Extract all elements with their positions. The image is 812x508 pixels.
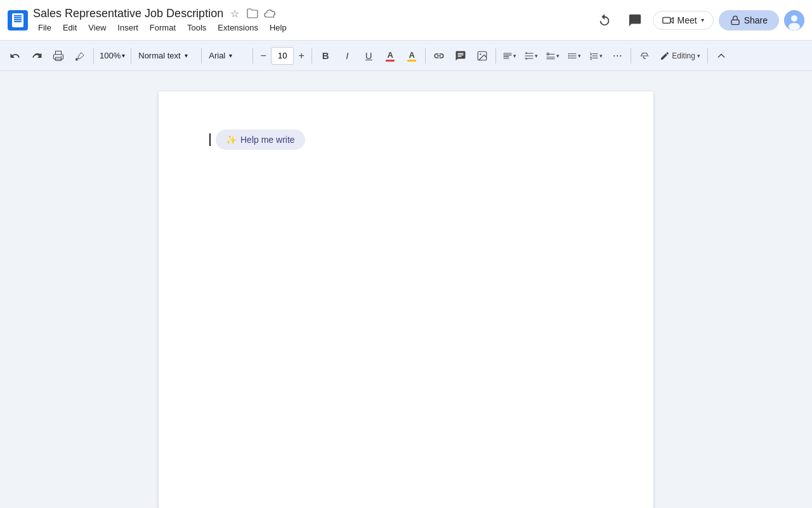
ordered-list-button[interactable]: ▾ — [586, 46, 606, 66]
checklist-button[interactable]: ▾ — [542, 46, 563, 66]
star-icon[interactable]: ☆ — [228, 7, 241, 20]
svg-point-12 — [568, 53, 570, 54]
undo-button[interactable] — [5, 46, 25, 66]
underline-button[interactable]: U — [358, 46, 379, 66]
divider-2 — [131, 48, 131, 64]
svg-point-10 — [480, 53, 481, 55]
editing-mode-button[interactable]: Editing ▾ — [656, 46, 704, 66]
comments-button[interactable] — [622, 8, 648, 33]
font-size-decrease-button[interactable]: − — [256, 47, 270, 65]
history-button[interactable] — [592, 8, 617, 33]
divider-8 — [631, 48, 631, 64]
add-comment-button[interactable] — [450, 46, 471, 66]
cursor-row: ✨ Help me write — [209, 130, 603, 150]
svg-point-7 — [61, 56, 62, 57]
zoom-value: 100% — [100, 51, 121, 60]
help-write-label: Help me write — [240, 135, 295, 145]
line-spacing-button[interactable]: ▾ — [521, 46, 541, 66]
more-options-button[interactable]: ··· — [607, 46, 627, 66]
menu-tools[interactable]: Tools — [182, 22, 211, 34]
highlight-button[interactable]: A — [402, 46, 422, 66]
menu-view[interactable]: View — [83, 22, 111, 34]
svg-point-3 — [791, 15, 797, 22]
font-select[interactable]: Arial ▾ — [205, 50, 249, 62]
unordered-list-button[interactable]: ▾ — [564, 46, 584, 66]
header-right: Meet ▾ Share — [592, 8, 804, 33]
insert-image-button[interactable] — [472, 46, 492, 66]
svg-point-4 — [789, 23, 800, 30]
cloud-icon[interactable] — [264, 7, 277, 20]
link-button[interactable] — [429, 46, 449, 66]
meet-label: Meet — [678, 15, 697, 25]
divider-7 — [495, 48, 496, 64]
strikethrough-button[interactable] — [634, 46, 655, 66]
menu-format[interactable]: Format — [145, 22, 181, 34]
italic-button[interactable]: I — [337, 46, 357, 66]
folder-icon[interactable] — [246, 7, 259, 20]
text-color-button[interactable]: A — [380, 46, 400, 66]
font-arrow: ▾ — [229, 52, 232, 59]
title-area: Sales Representative Job Description ☆ F… — [33, 7, 587, 34]
meet-button[interactable]: Meet ▾ — [653, 11, 714, 30]
docs-logo-icon — [8, 10, 28, 30]
svg-point-14 — [568, 57, 570, 58]
zoom-select[interactable]: 100% ▾ — [97, 50, 128, 62]
top-bar: Sales Representative Job Description ☆ F… — [0, 0, 812, 41]
doc-title-row: Sales Representative Job Description ☆ — [33, 7, 587, 20]
style-arrow: ▾ — [185, 52, 188, 59]
divider-1 — [93, 48, 94, 64]
text-cursor — [209, 133, 211, 146]
svg-rect-0 — [662, 17, 670, 23]
menu-bar: File Edit View Insert Format Tools Exten… — [33, 22, 587, 34]
menu-file[interactable]: File — [33, 22, 56, 34]
font-size-control: − + — [256, 47, 308, 65]
menu-extensions[interactable]: Extensions — [213, 22, 263, 34]
svg-rect-1 — [731, 20, 739, 24]
svg-point-13 — [568, 55, 570, 57]
divider-6 — [425, 48, 426, 64]
svg-rect-5 — [54, 54, 63, 59]
font-size-input[interactable] — [271, 47, 294, 65]
align-button[interactable]: ▾ — [499, 46, 520, 66]
document-page: ✨ Help me write — [159, 91, 653, 508]
menu-help[interactable]: Help — [265, 22, 292, 34]
divider-4 — [252, 48, 253, 64]
user-avatar[interactable] — [784, 10, 804, 30]
toolbar: 100% ▾ Normal text ▾ Arial ▾ − + B I U A — [0, 41, 812, 71]
document-area: ✨ Help me write — [0, 71, 812, 508]
divider-3 — [201, 48, 202, 64]
doc-title[interactable]: Sales Representative Job Description — [33, 7, 223, 20]
share-button[interactable]: Share — [719, 10, 779, 30]
divider-5 — [311, 48, 312, 64]
share-label: Share — [744, 15, 768, 25]
menu-edit[interactable]: Edit — [58, 22, 82, 34]
style-label: Normal text — [138, 51, 180, 60]
zoom-arrow: ▾ — [122, 52, 125, 59]
paint-format-button[interactable] — [70, 46, 90, 66]
collapse-toolbar-button[interactable] — [711, 46, 731, 66]
redo-button[interactable] — [27, 46, 47, 66]
font-size-increase-button[interactable]: + — [294, 47, 308, 65]
help-me-write-button[interactable]: ✨ Help me write — [216, 130, 305, 150]
meet-dropdown-icon: ▾ — [701, 17, 704, 23]
font-label: Arial — [209, 51, 225, 60]
print-button[interactable] — [48, 46, 69, 66]
sparkle-icon: ✨ — [226, 135, 237, 145]
menu-insert[interactable]: Insert — [112, 22, 143, 34]
style-select[interactable]: Normal text ▾ — [134, 50, 198, 62]
divider-9 — [707, 48, 708, 64]
bold-button[interactable]: B — [315, 46, 336, 66]
svg-rect-8 — [75, 58, 77, 60]
